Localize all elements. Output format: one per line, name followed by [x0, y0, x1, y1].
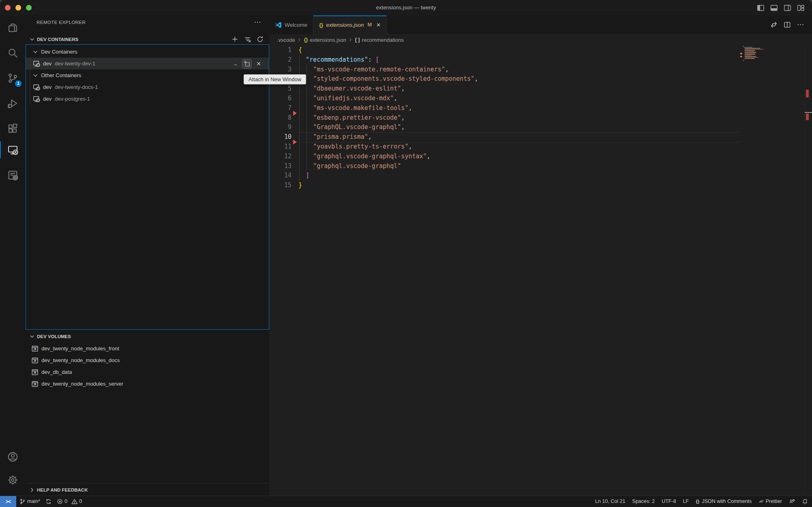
breadcrumb-item[interactable]: extensions.json [310, 37, 346, 43]
code-editor[interactable]: 1{2 "recommendations": [3 "ms-vscode-rem… [269, 45, 812, 496]
line-number: 10 [269, 132, 292, 142]
tree-item-container[interactable]: devdev-postgres-1 [26, 93, 269, 105]
branch-name: main* [27, 498, 40, 504]
bell-icon [802, 498, 808, 505]
code-line[interactable]: 15} [269, 181, 740, 190]
status-label: UTF-8 [662, 498, 676, 504]
line-content: "graphql.vscode-graphql" [298, 162, 401, 171]
activity-item-remote-explorer[interactable] [0, 140, 26, 160]
code-line[interactable]: 2 "recommendations": [ [269, 55, 740, 65]
section-label: DEV CONTAINERS [37, 37, 78, 42]
activity-item-explorer[interactable] [0, 18, 26, 37]
open-changes-icon[interactable] [770, 21, 777, 28]
status-sync[interactable] [45, 498, 52, 505]
volume-icon [31, 345, 39, 352]
tree-item-container[interactable]: devdev-twenty-docs-1 [26, 81, 269, 93]
minimap-line [745, 54, 755, 55]
code-line[interactable]: 3 "ms-vscode-remote.remote-containers", [269, 65, 740, 75]
code-line[interactable]: 1{ [269, 45, 740, 55]
activity-item-settings[interactable] [0, 470, 26, 490]
files-icon [7, 22, 18, 33]
remote-indicator[interactable]: >< [0, 496, 16, 507]
tree-item-container[interactable]: devdev-twenty-dev-1→✕ [26, 58, 269, 69]
activity-item-extensions[interactable] [0, 119, 26, 138]
code-line[interactable]: 12 "graphql.vscode-graphql-syntax", [269, 152, 740, 162]
status-branch[interactable]: main* [19, 498, 40, 505]
section-label: HELP AND FEEDBACK [37, 488, 88, 492]
new-dev-container-icon[interactable] [231, 36, 238, 43]
activity-item-search[interactable] [0, 43, 26, 63]
extensions-icon [7, 123, 18, 134]
close-window-button[interactable] [5, 5, 11, 11]
overview-ruler-mark [806, 114, 809, 120]
refresh-icon[interactable] [257, 36, 263, 43]
tree-group-dev-containers[interactable]: Dev Containers [26, 46, 269, 58]
code-line[interactable]: 7 "ms-vscode.makefile-tools", [269, 104, 740, 113]
layout-custom-icon[interactable] [797, 4, 805, 12]
activity-item-source-control[interactable]: 1 [0, 68, 26, 88]
tab-extensions-json[interactable]: {}extensions.jsonM✕ [313, 15, 387, 34]
stop-container-button[interactable]: ✕ [254, 59, 263, 68]
status-feedback[interactable] [789, 498, 795, 505]
status-eol[interactable]: LF [683, 498, 689, 504]
help-header-row[interactable]: HELP AND FEEDBACK [26, 485, 269, 495]
more-actions-icon[interactable]: ⋯ [797, 21, 804, 28]
minimize-window-button[interactable] [15, 5, 21, 11]
status-notifications[interactable] [802, 498, 808, 505]
layout-panel-icon[interactable] [770, 4, 778, 12]
line-number: 12 [269, 152, 292, 162]
code-line[interactable]: 9 "GraphQL.vscode-graphql", [269, 123, 740, 132]
code-line[interactable]: 5 "dbaeumer.vscode-eslint", [269, 84, 740, 94]
sidebar-more-actions-button[interactable]: ⋯ [252, 17, 263, 28]
zoom-window-button[interactable] [26, 5, 32, 11]
activity-item-accounts[interactable] [0, 447, 26, 466]
code-line[interactable]: 13 "graphql.vscode-graphql" [269, 162, 740, 171]
tree-group-other-containers[interactable]: Other Containers [26, 69, 269, 81]
section-header-dev-volumes[interactable]: DEV VOLUMES [26, 331, 269, 341]
status-language-mode[interactable]: {}JSON with Comments [696, 498, 752, 504]
editor-tab-bar: Welcome{}extensions.jsonM✕ [269, 15, 812, 34]
line-number: 7 [269, 104, 292, 113]
minimap-line [745, 52, 756, 53]
status-encoding[interactable]: UTF-8 [662, 498, 676, 504]
code-line[interactable]: 11 "yoavbls.pretty-ts-errors", [269, 142, 740, 152]
tree-item-volume[interactable]: dev_db_data [26, 366, 269, 378]
minimap[interactable] [740, 45, 805, 216]
chevron-down-icon [29, 333, 35, 340]
volume-name: dev_twenty_node_modules_docs [41, 357, 120, 363]
sidebar-remote-explorer: REMOTE EXPLORER ⋯ DEV CONTAINERSDev Cont… [26, 15, 270, 496]
layout-sidebar-left-icon[interactable] [757, 4, 764, 12]
activity-item-container-tools[interactable] [0, 165, 26, 185]
code-line[interactable]: 4 "styled-components.vscode-styled-compo… [269, 74, 740, 84]
breadcrumb-item[interactable]: .vscode [277, 37, 295, 43]
cleanup-containers-icon[interactable] [244, 36, 251, 43]
group-label: Other Containers [41, 72, 81, 78]
status-indentation[interactable]: Spaces: 2 [632, 498, 655, 504]
split-editor-icon[interactable] [784, 21, 791, 28]
code-line[interactable]: 14 ] [269, 171, 740, 181]
volume-icon [31, 369, 39, 376]
status-problems[interactable]: 00 [57, 498, 82, 505]
breadcrumb: .vscode{}extensions.json[ ]recommendatio… [269, 34, 812, 45]
tree-item-volume[interactable]: dev_twenty_node_modules_docs [26, 354, 269, 366]
layout-sidebar-right-icon[interactable] [784, 4, 791, 12]
container-name: dev-postgres-1 [55, 96, 90, 102]
attach-new-window-button[interactable] [242, 59, 251, 68]
minimap-line [745, 56, 756, 57]
line-content: ] [298, 171, 309, 181]
section-header-help-and-feedback[interactable]: HELP AND FEEDBACK [26, 483, 269, 496]
breadcrumb-item[interactable]: recommendations [362, 37, 404, 43]
line-content: "ms-vscode.makefile-tools", [298, 104, 412, 113]
attach-current-window-button[interactable]: → [231, 59, 240, 68]
code-line[interactable]: 8 "esbenp.prettier-vscode", [269, 113, 740, 123]
tree-item-volume[interactable]: dev_twenty_node_modules_front [26, 343, 269, 354]
code-line[interactable]: 10 "prisma.prisma", [269, 132, 740, 142]
status-cursor-position[interactable]: Ln 10, Col 21 [595, 498, 625, 504]
code-line[interactable]: 6 "unifiedjs.vscode-mdx", [269, 94, 740, 104]
tree-item-volume[interactable]: dev_twenty_node_modules_server [26, 378, 269, 390]
tab-welcome[interactable]: Welcome [269, 15, 313, 34]
activity-item-run-debug[interactable] [0, 93, 26, 113]
line-content: "recommendations": [ [298, 55, 379, 65]
status-formatter[interactable]: ✓✓Prettier [759, 498, 782, 504]
close-tab-icon[interactable]: ✕ [376, 22, 381, 28]
